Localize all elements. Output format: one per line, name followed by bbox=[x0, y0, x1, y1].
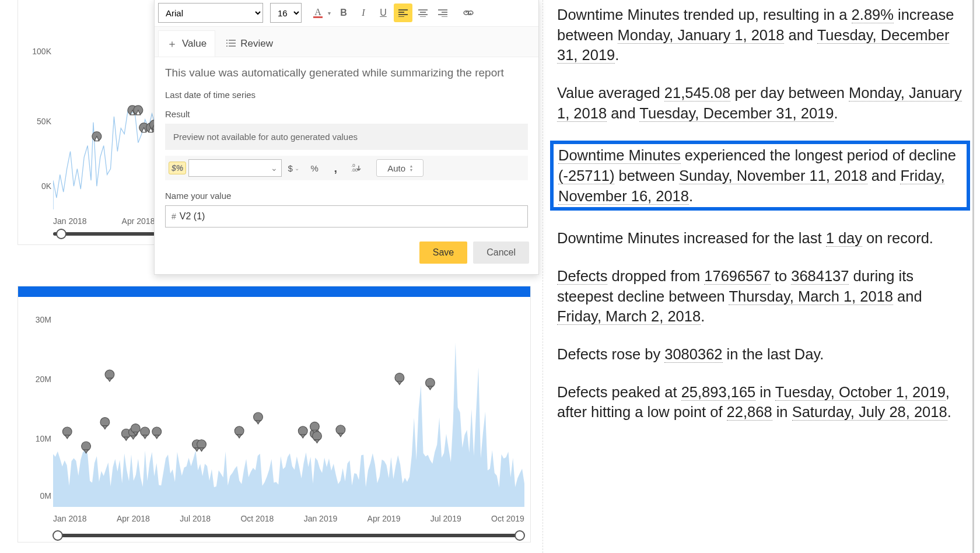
dialog-buttons: Save Cancel bbox=[155, 231, 538, 267]
font-family-select[interactable]: Arial bbox=[158, 3, 263, 23]
x-tick: Oct 2019 bbox=[491, 514, 524, 526]
format-thousands-button[interactable]: , bbox=[326, 159, 345, 177]
insight-value[interactable]: Saturday, July 28, 2018 bbox=[792, 404, 947, 421]
tab-label: Value bbox=[182, 38, 206, 50]
plus-icon: ＋ bbox=[167, 37, 177, 51]
font-size-select[interactable]: 16 bbox=[270, 3, 302, 23]
format-decimal-button[interactable]: .0.00 bbox=[347, 159, 366, 177]
align-right-button[interactable] bbox=[433, 4, 452, 22]
insight-paragraph[interactable]: Downtime Minutes trended up, resulting i… bbox=[557, 5, 964, 65]
y-tick: 0K bbox=[41, 181, 51, 191]
x-tick: Jul 2019 bbox=[430, 514, 461, 526]
insight-value[interactable]: 22,868 bbox=[727, 404, 772, 421]
tab-label: Review bbox=[240, 38, 273, 50]
save-button[interactable]: Save bbox=[419, 242, 467, 264]
y-tick: 30M bbox=[36, 315, 51, 324]
insight-value[interactable]: 17696567 bbox=[704, 268, 770, 285]
value-name-text: V2 (1) bbox=[180, 211, 205, 222]
x-tick: Oct 2018 bbox=[240, 514, 274, 526]
auto-generated-hint: This value was automatically generated w… bbox=[165, 66, 528, 79]
format-currency-button[interactable]: $ ⌄ bbox=[284, 159, 303, 177]
insight-value[interactable]: (-25711) bbox=[558, 167, 614, 184]
format-badge-icon: $% bbox=[169, 162, 186, 174]
insight-value[interactable]: 1 day bbox=[826, 230, 862, 247]
x-tick: Apr 2018 bbox=[117, 514, 150, 526]
name-label: Name your value bbox=[165, 191, 528, 201]
align-center-button[interactable] bbox=[414, 4, 432, 22]
cancel-button[interactable]: Cancel bbox=[473, 242, 529, 264]
insight-value[interactable]: Thursday, March 1, 2018 bbox=[729, 288, 893, 305]
chevron-down-icon: ⌄ bbox=[295, 165, 299, 172]
x-tick: Jan 2018 bbox=[53, 216, 87, 228]
hash-icon: # bbox=[172, 212, 176, 221]
insight-value[interactable]: Sunday, November 11, 2018 bbox=[679, 167, 867, 184]
y-tick: 20M bbox=[36, 374, 51, 384]
insight-value[interactable]: 21,545.08 bbox=[664, 85, 730, 102]
smart-narrative-value-dialog: Arial 16 A ▾ B I U bbox=[154, 0, 539, 275]
chart1-y-axis: 100K 50K 0K bbox=[23, 0, 55, 209]
y-tick: 0M bbox=[40, 491, 51, 501]
hyperlink-button[interactable] bbox=[459, 4, 478, 22]
insight-value[interactable]: Downtime Minutes bbox=[558, 147, 681, 164]
font-color-caret[interactable]: ▾ bbox=[325, 4, 333, 22]
slider-thumb-left[interactable] bbox=[56, 229, 66, 239]
y-tick: 100K bbox=[32, 47, 51, 56]
insight-paragraph[interactable]: Value averaged 21,545.08 per day between… bbox=[557, 83, 964, 123]
y-tick: 50K bbox=[37, 117, 51, 126]
insight-paragraph[interactable]: Defects peaked at 25,893,165 in Tuesday,… bbox=[557, 382, 964, 422]
format-type-dropdown[interactable]: ⌄ bbox=[188, 159, 282, 177]
tab-value[interactable]: ＋ Value bbox=[158, 30, 215, 57]
slider-thumb-right[interactable] bbox=[514, 530, 525, 541]
svg-text:.00: .00 bbox=[351, 167, 358, 173]
stepper-icon: ▴▾ bbox=[410, 164, 412, 172]
chart2-y-axis: 30M 20M 10M 0M bbox=[23, 286, 55, 507]
insight-value[interactable]: 2.89% bbox=[852, 6, 894, 23]
insight-value[interactable]: 3684137 bbox=[791, 268, 849, 285]
slider-thumb-left[interactable] bbox=[52, 530, 63, 541]
x-tick: Jul 2018 bbox=[180, 514, 211, 526]
insight-value[interactable]: Tuesday, December 31, 2019 bbox=[639, 105, 834, 122]
text-format-toolbar: Arial 16 A ▾ B I U bbox=[155, 0, 538, 27]
insight-paragraph[interactable]: Defects rose by 3080362 in the last Day. bbox=[557, 344, 964, 365]
insight-value[interactable]: 3080362 bbox=[664, 346, 722, 363]
insight-paragraph[interactable]: Defects dropped from 17696567 to 3684137… bbox=[557, 266, 964, 327]
insight-paragraph[interactable]: Downtime Minutes increased for the last … bbox=[557, 228, 964, 249]
underline-button[interactable]: U bbox=[374, 4, 393, 22]
x-tick: Jan 2018 bbox=[53, 514, 87, 526]
italic-button[interactable]: I bbox=[354, 4, 373, 22]
insight-value[interactable]: Defects bbox=[557, 268, 607, 285]
insight-value[interactable]: Friday, March 2, 2018 bbox=[557, 308, 701, 325]
dialog-body: This value was automatically generated w… bbox=[155, 57, 538, 231]
chart2-x-axis: Jan 2018 Apr 2018 Jul 2018 Oct 2018 Jan … bbox=[53, 514, 524, 526]
align-left-button[interactable] bbox=[394, 4, 412, 22]
format-auto-label: Auto bbox=[387, 163, 405, 173]
result-preview: Preview not available for auto generated… bbox=[165, 124, 528, 150]
x-tick: Apr 2019 bbox=[368, 514, 401, 526]
x-tick: Apr 2018 bbox=[122, 216, 155, 228]
format-row: $% ⌄ $ ⌄ % , .0.00 Auto ▴▾ bbox=[165, 156, 528, 180]
value-name-input[interactable]: # V2 (1) bbox=[165, 205, 528, 228]
chart-defects[interactable]: 30M 20M 10M 0M Jan 2018 Apr 2018 Jul 201… bbox=[18, 286, 531, 542]
insight-paragraph-selected[interactable]: Downtime Minutes experienced the longest… bbox=[550, 141, 970, 211]
chevron-down-icon: ⌄ bbox=[271, 163, 278, 173]
insight-value[interactable]: Tuesday, October 1, 2019 bbox=[775, 384, 946, 401]
tab-review[interactable]: Review bbox=[218, 30, 282, 57]
result-label: Result bbox=[165, 109, 528, 119]
bold-button[interactable]: B bbox=[334, 4, 353, 22]
report-canvas-left: 100K 50K 0K Jan 2018 Apr 2018 bbox=[6, 0, 542, 553]
dialog-tabs: ＋ Value Review bbox=[155, 27, 538, 57]
chart-header-band bbox=[18, 286, 530, 297]
format-auto-dropdown[interactable]: Auto ▴▾ bbox=[376, 159, 424, 177]
y-tick: 10M bbox=[36, 434, 51, 443]
smart-narrative-text[interactable]: Downtime Minutes trended up, resulting i… bbox=[542, 0, 974, 553]
chart2-range-slider[interactable] bbox=[53, 534, 524, 537]
insight-value[interactable]: 25,893,165 bbox=[681, 384, 756, 401]
format-percent-button[interactable]: % bbox=[305, 159, 324, 177]
list-icon bbox=[226, 38, 236, 50]
value-description: Last date of time series bbox=[165, 90, 528, 100]
insight-value[interactable]: Monday, January 1, 2018 bbox=[618, 27, 785, 44]
chart1-range-slider[interactable] bbox=[53, 232, 157, 236]
chart2-plot-area bbox=[53, 304, 524, 507]
x-tick: Jan 2019 bbox=[304, 514, 338, 526]
